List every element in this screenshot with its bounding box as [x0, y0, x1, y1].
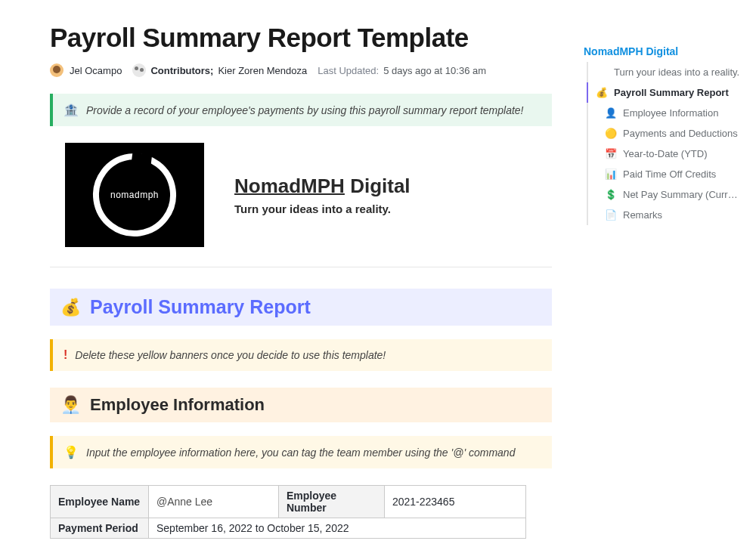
payment-period-label: Payment Period [51, 518, 149, 539]
brand-tagline: Turn your ideas into a reality. [234, 202, 411, 215]
emp-name-label: Employee Name [51, 486, 149, 518]
author-name[interactable]: Jel Ocampo [70, 65, 122, 76]
sidebar-item[interactable]: 🟡Payments and Deductions [588, 123, 741, 144]
exclamation-icon: ! [64, 348, 67, 362]
intro-banner-text: Provide a record of your employee's paym… [86, 104, 523, 116]
sidebar-item-label: Turn your ideas into a reality. [614, 66, 739, 78]
person-icon: 👨‍💼 [60, 395, 81, 415]
sidebar-item[interactable]: 💲Net Pay Summary (Current Pay Pe... [588, 184, 741, 205]
sidebar-item-icon: 🟡 [605, 128, 617, 139]
bank-icon: 🏦 [64, 103, 79, 117]
meta-row: Jel Ocampo Contributors; Kier Zoren Mend… [50, 63, 552, 77]
sidebar-item-label: Net Pay Summary (Current Pay Pe... [623, 189, 741, 200]
sidebar-item-icon: 📄 [605, 209, 617, 221]
author-avatar[interactable] [50, 63, 64, 77]
last-updated-value: 5 days ago at 10:36 am [383, 65, 486, 76]
section-employee-head: 👨‍💼 Employee Information [50, 388, 552, 422]
emp-number-label: Employee Number [278, 486, 384, 518]
bulb-icon: 💡 [64, 445, 79, 459]
sidebar-title[interactable]: NomadMPH Digital [584, 45, 741, 57]
brand-name-rest: Digital [345, 175, 411, 197]
sidebar-item[interactable]: 📊Paid Time Off Credits [588, 164, 741, 184]
sidebar-item-icon: 💰 [596, 87, 608, 98]
table-row: Payment Period September 16, 2022 to Oct… [51, 518, 526, 539]
brand-name: NomadMPH Digital [234, 175, 411, 198]
sidebar-item-icon: 💲 [605, 189, 617, 200]
moneybag-icon: 💰 [60, 298, 81, 317]
section-payroll-title: Payroll Summary Report [90, 296, 311, 318]
sidebar-list: Turn your ideas into a reality.💰Payroll … [587, 62, 741, 225]
sidebar-item-label: Payroll Summary Report [614, 87, 729, 98]
page-title: Payroll Summary Report Template [50, 23, 552, 53]
last-updated-label: Last Updated: [318, 65, 379, 76]
table-row: Employee Name @Anne Lee Employee Number … [51, 486, 526, 518]
brand-name-underlined: NomadMPH [234, 175, 345, 197]
emp-name-mention[interactable]: @Anne Lee [156, 496, 212, 508]
sidebar-item-icon: 📅 [605, 148, 617, 159]
employee-hint-banner: 💡 Input the employee information here, y… [50, 436, 552, 468]
intro-banner: 🏦 Provide a record of your employee's pa… [50, 94, 552, 126]
contributors-icon[interactable] [132, 63, 146, 77]
main-content: Payroll Summary Report Template Jel Ocam… [0, 0, 575, 547]
employee-hint-text: Input the employee information here, you… [86, 447, 515, 459]
delete-hint-banner: ! Delete these yellow banners once you d… [50, 339, 552, 371]
sidebar-item[interactable]: 📅Year-to-Date (YTD) [588, 144, 741, 164]
section-payroll-head: 💰 Payroll Summary Report [50, 289, 552, 326]
brand-logo: nomadmph [65, 143, 204, 247]
sidebar-item-label: Year-to-Date (YTD) [623, 148, 708, 159]
sidebar-item-label: Remarks [623, 209, 662, 221]
sidebar-item-label: Payments and Deductions [623, 128, 738, 139]
contributors-label: Contributors; [150, 65, 213, 76]
payment-period-value[interactable]: September 16, 2022 to October 15, 2022 [149, 518, 526, 539]
emp-number-value[interactable]: 2021-223465 [384, 486, 525, 518]
sidebar-item-label: Employee Information [623, 107, 718, 119]
sidebar-item[interactable]: 👤Employee Information [588, 103, 741, 123]
emp-name-value[interactable]: @Anne Lee [149, 486, 279, 518]
sidebar-item-icon: 📊 [605, 168, 617, 180]
brand-card: nomadmph NomadMPH Digital Turn your idea… [65, 143, 552, 247]
sidebar-item-label: Paid Time Off Credits [623, 168, 716, 180]
contributors-names[interactable]: Kier Zoren Mendoza [218, 65, 307, 76]
brand-text: NomadMPH Digital Turn your ideas into a … [234, 175, 411, 215]
sidebar-item-icon: 👤 [605, 107, 617, 119]
section-employee-title: Employee Information [90, 395, 265, 415]
sidebar-item[interactable]: 📄Remarks [588, 205, 741, 225]
outline-sidebar: NomadMPH Digital Turn your ideas into a … [575, 0, 756, 547]
employee-table: Employee Name @Anne Lee Employee Number … [50, 485, 526, 539]
brand-logo-text: nomadmph [110, 190, 159, 200]
sidebar-item[interactable]: Turn your ideas into a reality. [588, 62, 741, 82]
sidebar-item[interactable]: 💰Payroll Summary Report [587, 82, 741, 103]
divider [50, 267, 552, 267]
delete-hint-text: Delete these yellow banners once you dec… [75, 349, 386, 361]
